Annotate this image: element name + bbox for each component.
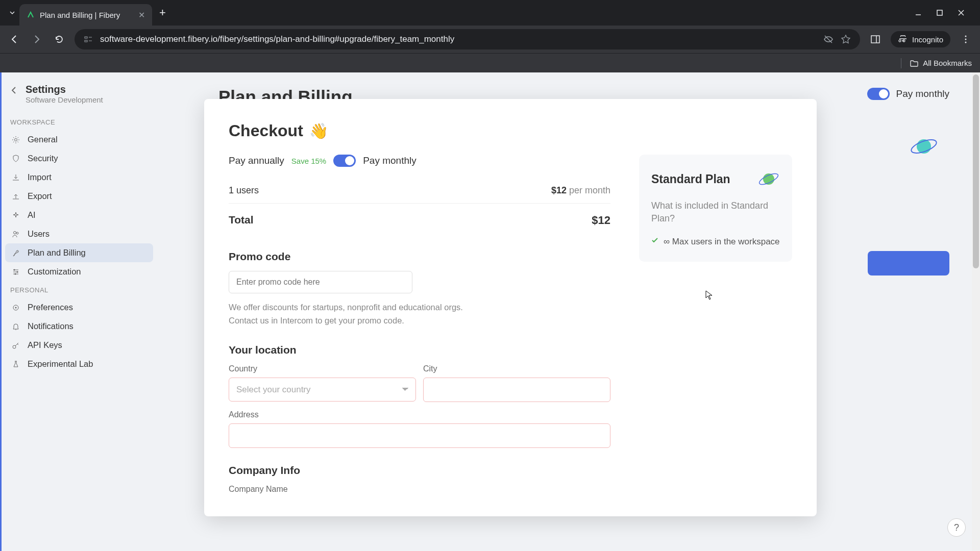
svg-point-12 — [14, 231, 16, 234]
maximize-button[interactable] — [936, 9, 943, 16]
sidebar-section-workspace: WORKSPACE — [5, 113, 153, 130]
pay-cycle-toggle[interactable] — [333, 155, 356, 167]
url-bar[interactable]: software-development.fibery.io/fibery/se… — [75, 29, 860, 49]
pay-cycle-row: Pay annually Save 15% Pay monthly — [229, 155, 610, 167]
browser-menu-icon[interactable] — [959, 32, 973, 46]
promo-hint-line1: We offer discounts for startups, nonprof… — [229, 300, 610, 314]
sidebar-item-export[interactable]: Export — [5, 187, 153, 206]
svg-point-16 — [15, 273, 16, 274]
svg-point-10 — [965, 42, 967, 43]
sidebar-section-personal: PERSONAL — [5, 281, 153, 298]
nav-bar: software-development.fibery.io/fibery/se… — [0, 26, 980, 53]
window-controls — [915, 9, 975, 16]
checkout-right-column: Standard Plan What is included in Standa… — [639, 155, 792, 494]
svg-point-8 — [965, 36, 967, 37]
app-content: Settings Software Development WORKSPACE … — [0, 72, 980, 551]
sparkle-icon — [11, 211, 20, 220]
price-per-user: $12 — [551, 185, 567, 195]
tab-title: Plan and Billing | Fibery — [40, 11, 134, 19]
browser-chrome: Plan and Billing | Fibery ✕ + software-d… — [0, 0, 980, 72]
sidebar-item-label: Experimental Lab — [28, 359, 93, 369]
shield-icon — [11, 154, 20, 163]
plan-name: Standard Plan — [651, 172, 730, 186]
sidebar-item-api-keys[interactable]: API Keys — [5, 336, 153, 355]
sidebar-back-icon[interactable] — [9, 86, 18, 95]
sidebar-item-import[interactable]: Import — [5, 168, 153, 187]
checkout-left-column: Pay annually Save 15% Pay monthly 1 user… — [229, 155, 610, 494]
promo-hint-line2: Contact us in Intercom to get your promo… — [229, 314, 610, 327]
bg-pay-toggle-label: Pay monthly — [896, 88, 949, 99]
all-bookmarks-button[interactable]: All Bookmarks — [910, 59, 972, 68]
rocket-icon — [11, 248, 20, 258]
sidebar-item-label: Import — [28, 172, 52, 182]
eye-off-icon[interactable] — [823, 34, 834, 44]
help-button[interactable]: ? — [947, 518, 966, 537]
svg-rect-2 — [85, 37, 87, 38]
sidebar-item-label: Export — [28, 191, 52, 201]
bg-upgrade-button[interactable] — [868, 251, 949, 276]
bg-planet-icon — [909, 131, 939, 162]
browser-tab[interactable]: Plan and Billing | Fibery ✕ — [19, 4, 152, 26]
location-heading: Your location — [229, 344, 610, 356]
planet-icon — [757, 168, 780, 190]
side-panel-icon[interactable] — [868, 32, 883, 46]
tab-close-icon[interactable]: ✕ — [138, 10, 145, 20]
sidebar-title: Settings — [26, 84, 103, 95]
scrollbar[interactable] — [972, 72, 980, 551]
scrollbar-thumb[interactable] — [973, 74, 979, 268]
incognito-label: Incognito — [912, 35, 943, 44]
sidebar-item-label: API Keys — [28, 340, 62, 350]
minimize-button[interactable] — [915, 9, 922, 16]
country-select[interactable]: Select your country — [229, 378, 416, 402]
svg-rect-3 — [85, 40, 87, 42]
company-heading: Company Info — [229, 464, 610, 477]
city-input[interactable] — [423, 378, 610, 402]
reload-button[interactable] — [52, 32, 66, 46]
sidebar-item-users[interactable]: Users — [5, 224, 153, 243]
sidebar-item-preferences[interactable]: Preferences — [5, 298, 153, 317]
sidebar-item-notifications[interactable]: Notifications — [5, 317, 153, 336]
back-button[interactable] — [7, 32, 21, 46]
modal-body: Pay annually Save 15% Pay monthly 1 user… — [229, 155, 792, 494]
svg-point-9 — [965, 39, 967, 40]
gear-icon — [11, 135, 20, 144]
sidebar-item-security[interactable]: Security — [5, 149, 153, 168]
sidebar-item-general[interactable]: General — [5, 130, 153, 149]
pay-annually-label: Pay annually — [229, 155, 284, 166]
users-count: 1 users — [229, 185, 259, 196]
sidebar-item-customization[interactable]: Customization — [5, 262, 153, 281]
close-button[interactable] — [958, 9, 965, 16]
tab-bar: Plan and Billing | Fibery ✕ + — [0, 0, 980, 26]
tab-search-dropdown[interactable] — [5, 6, 19, 20]
sidebar-active-indicator — [0, 72, 2, 551]
sidebar-item-label: General — [28, 135, 58, 144]
sidebar-item-label: Plan and Billing — [28, 248, 86, 258]
pref-icon — [11, 303, 20, 312]
wave-icon: 👋 — [309, 122, 328, 140]
per-month-label: per month — [569, 185, 610, 195]
svg-point-15 — [17, 271, 18, 272]
key-icon — [11, 341, 20, 350]
all-bookmarks-label: All Bookmarks — [923, 59, 972, 67]
check-icon — [651, 237, 658, 248]
sidebar-item-label: AI — [28, 210, 36, 220]
site-info-icon[interactable] — [84, 35, 93, 44]
svg-point-11 — [15, 138, 17, 141]
sidebar-item-experimental[interactable]: Experimental Lab — [5, 355, 153, 373]
main-content: Plan and Billing Pay monthly Checkout 👋 … — [158, 72, 980, 551]
svg-point-18 — [15, 307, 17, 308]
sidebar-item-plan-billing[interactable]: Plan and Billing — [5, 243, 153, 262]
total-price: $12 — [592, 214, 610, 227]
incognito-badge[interactable]: Incognito — [891, 31, 950, 47]
forward-button[interactable] — [30, 32, 44, 46]
url-text: software-development.fibery.io/fibery/se… — [100, 34, 816, 44]
sidebar-item-label: Security — [28, 154, 58, 163]
promo-input[interactable] — [229, 271, 412, 293]
sidebar-item-ai[interactable]: AI — [5, 206, 153, 224]
country-field: Country Select your country — [229, 364, 416, 402]
new-tab-button[interactable]: + — [152, 2, 173, 23]
city-field: City — [423, 364, 610, 402]
bookmark-star-icon[interactable] — [841, 34, 851, 44]
bg-pay-toggle[interactable] — [867, 88, 890, 100]
address-input[interactable] — [229, 423, 610, 448]
